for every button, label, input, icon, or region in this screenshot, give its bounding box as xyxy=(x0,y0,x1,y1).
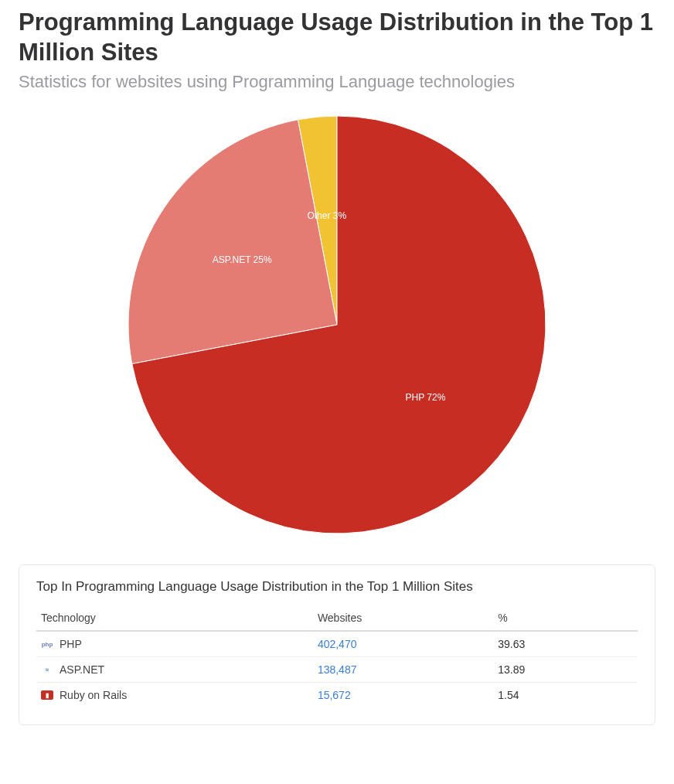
pie-label-other: Other 3% xyxy=(307,210,346,221)
aspnet-icon: ≈ xyxy=(41,665,53,674)
pie-chart-container: Other 3%ASP.NET 25%PHP 72% xyxy=(19,108,655,541)
col-header-websites: Websites xyxy=(313,605,493,631)
websites-link[interactable]: 138,487 xyxy=(318,663,357,676)
col-header-technology: Technology xyxy=(36,605,313,631)
websites-link[interactable]: 15,672 xyxy=(318,689,351,701)
pie-label-asp-net: ASP.NET 25% xyxy=(213,254,272,265)
panel-title: Top In Programming Language Usage Distri… xyxy=(36,579,638,595)
tech-name: PHP xyxy=(60,638,82,650)
pie-chart: Other 3%ASP.NET 25%PHP 72% xyxy=(121,108,553,541)
col-header-percent: % xyxy=(493,605,638,631)
page-subtitle: Statistics for websites using Programmin… xyxy=(19,71,655,94)
stats-table-body: phpPHP402,47039.63≈ASP.NET138,48713.89▮R… xyxy=(36,631,638,707)
percent-cell: 1.54 xyxy=(493,683,638,708)
percent-cell: 39.63 xyxy=(493,631,638,657)
page-title: Programming Language Usage Distribution … xyxy=(19,8,655,68)
ror-icon: ▮ xyxy=(41,690,53,700)
percent-cell: 13.89 xyxy=(493,657,638,683)
table-row: ▮Ruby on Rails15,6721.54 xyxy=(36,683,638,708)
tech-name: Ruby on Rails xyxy=(60,689,127,701)
websites-link[interactable]: 402,470 xyxy=(318,638,357,650)
tech-name: ASP.NET xyxy=(60,663,104,676)
php-icon: php xyxy=(41,639,53,649)
stats-table: Technology Websites % phpPHP402,47039.63… xyxy=(36,605,638,707)
table-row: phpPHP402,47039.63 xyxy=(36,631,638,657)
stats-panel: Top In Programming Language Usage Distri… xyxy=(19,564,655,725)
pie-label-php: PHP 72% xyxy=(406,392,446,403)
table-row: ≈ASP.NET138,48713.89 xyxy=(36,657,638,683)
